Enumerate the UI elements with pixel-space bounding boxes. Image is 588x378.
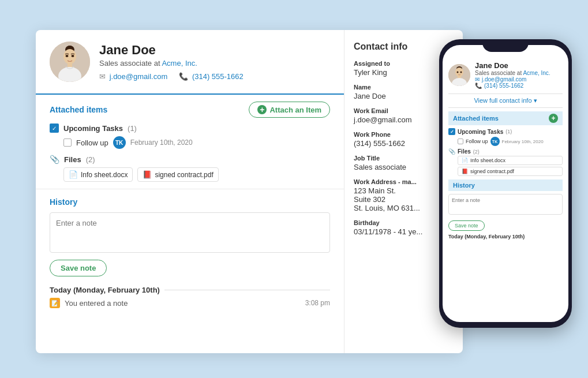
task-item-followup: Follow up TK February 10th, 2020 (50, 136, 330, 149)
doc-icon: 📄 (69, 170, 78, 179)
history-entry-date: Today (Monday, February 10th) (50, 286, 330, 294)
phone-task-icon: ✓ (448, 128, 455, 135)
company-link[interactable]: Acme, Inc. (162, 59, 197, 68)
history-title: History (50, 197, 330, 207)
left-panel: Jane Doe Sales associate at Acme, Inc. ✉… (36, 30, 344, 353)
phone-history-bar: History (448, 179, 563, 191)
phone-screen: Jane Doe Sales associate at Acme, Inc. ✉… (443, 45, 568, 322)
profile-header: Jane Doe Sales associate at Acme, Inc. ✉… (36, 30, 344, 95)
phone-attached-items-bar: Attached items + (448, 111, 563, 125)
phone-company-link[interactable]: Acme, Inc. (523, 70, 550, 76)
svg-point-14 (460, 72, 462, 73)
phone-person-name: Jane Doe (475, 61, 550, 70)
task-checkbox-icon: ✓ (50, 123, 59, 133)
person-title-line: Sales associate at Acme, Inc. (99, 59, 244, 68)
email-item: ✉ j.doe@gmail.com (99, 72, 167, 81)
phone-file-chip-1[interactable]: 📄 Info sheet.docx (458, 156, 563, 165)
section-header: Attached items + Attach an Item (50, 102, 330, 118)
phone-phone-line: 📞 (314) 555-1662 (475, 83, 550, 89)
task-checkbox[interactable] (63, 139, 72, 147)
file-chips: 📄 Info sheet.docx 📕 signed contract.pdf (50, 167, 330, 182)
phone-email-line: ✉ j.doe@gmail.com (475, 76, 550, 83)
phone-item: 📞 (314) 555-1662 (179, 72, 244, 81)
history-entry-time: 3:08 pm (305, 299, 330, 307)
phone-file-chip-2[interactable]: 📕 signed contract.pdf (458, 167, 563, 176)
person-name: Jane Doe (99, 43, 244, 58)
svg-rect-4 (68, 62, 72, 67)
profile-info: Jane Doe Sales associate at Acme, Inc. ✉… (99, 43, 244, 81)
note-textarea[interactable] (50, 212, 330, 253)
phone-avatar (448, 64, 470, 86)
contact-info-title: Contact info (354, 42, 454, 52)
svg-point-7 (72, 55, 74, 57)
phone-history-date: Today (Monday, February 10th) (448, 234, 563, 239)
files-row: 📎 Files (2) (50, 155, 330, 164)
attach-item-button[interactable]: + Attach an Item (249, 102, 330, 118)
pdf-icon: 📕 (143, 170, 152, 179)
phone-save-note-button[interactable]: Save note (448, 220, 485, 231)
plus-circle-icon: + (257, 105, 267, 114)
files-count: (2) (86, 155, 95, 164)
svg-point-10 (455, 68, 463, 77)
contact-line: ✉ j.doe@gmail.com 📞 (314) 555-1662 (99, 72, 244, 81)
phone-profile-header: Jane Doe Sales associate at Acme, Inc. ✉… (448, 61, 563, 89)
phone-email-icon: ✉ (475, 76, 480, 83)
file-chip-2[interactable]: 📕 signed contract.pdf (137, 167, 218, 182)
history-note-icon: 📝 (50, 298, 60, 308)
avatar (50, 42, 90, 82)
phone-task-row: ✓ Upcoming Tasks (1) (448, 128, 563, 135)
phone-phone-icon: 📞 (475, 83, 482, 89)
phone-files-row: 📎 Files (2) (448, 148, 563, 155)
task-date: February 10th, 2020 (130, 139, 193, 147)
history-entry: 📝 You entered a note 3:08 pm (50, 298, 330, 308)
phone-content: Jane Doe Sales associate at Acme, Inc. ✉… (443, 45, 568, 322)
phone-notch (482, 39, 529, 52)
attached-items-title: Attached items (50, 105, 107, 114)
phone-pdf-icon: 📕 (462, 169, 468, 174)
phone-task-item: Follow up TK February 10th, 2020 (448, 137, 563, 146)
files-label: Files (64, 155, 81, 164)
phone-mockup: Jane Doe Sales associate at Acme, Inc. ✉… (439, 39, 572, 328)
phone-person-title: Sales associate at Acme, Inc. (475, 70, 550, 76)
phone-paperclip-icon: 📎 (448, 148, 455, 155)
task-assignee-tag: TK (113, 136, 126, 149)
history-entry-text: You entered a note (65, 299, 301, 308)
phone-icon: 📞 (179, 72, 188, 81)
history-date-label: Today (Monday, February 10th) (50, 286, 160, 294)
phone-note-textarea[interactable] (448, 194, 563, 215)
upcoming-tasks-row: ✓ Upcoming Tasks (1) (50, 123, 330, 133)
view-full-contact-button[interactable]: View full contact info ▾ (448, 93, 563, 108)
phone-file-chips: 📄 Info sheet.docx 📕 signed contract.pdf (448, 156, 563, 176)
upcoming-tasks-label: Upcoming Tasks (63, 124, 123, 133)
email-icon: ✉ (99, 72, 106, 81)
task-follow-label: Follow up (76, 139, 108, 147)
phone-assignee-tag: TK (490, 137, 500, 146)
email-link[interactable]: j.doe@gmail.com (110, 72, 168, 81)
upcoming-tasks-count: (1) (128, 124, 137, 133)
desktop-card: Jane Doe Sales associate at Acme, Inc. ✉… (36, 30, 463, 353)
history-line (164, 290, 330, 290)
svg-point-6 (66, 55, 69, 57)
history-section: History Save note Today (Monday, Februar… (36, 189, 344, 316)
phone-task-checkbox[interactable] (458, 139, 463, 144)
file-chip-1[interactable]: 📄 Info sheet.docx (63, 167, 133, 182)
attached-items-section: Attached items + Attach an Item ✓ Upcomi… (36, 95, 344, 189)
phone-link[interactable]: (314) 555-1662 (192, 72, 244, 81)
phone-profile-info: Jane Doe Sales associate at Acme, Inc. ✉… (475, 61, 550, 89)
save-note-button[interactable]: Save note (50, 260, 107, 276)
paperclip-icon: 📎 (50, 155, 59, 164)
svg-point-13 (457, 72, 459, 73)
phone-doc-icon: 📄 (462, 158, 468, 163)
phone-attach-plus-icon[interactable]: + (549, 114, 558, 123)
